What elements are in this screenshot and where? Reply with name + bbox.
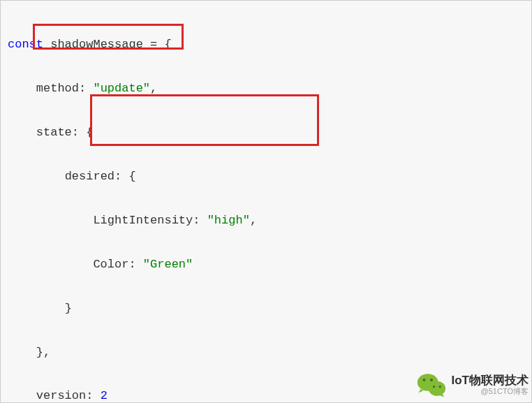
code-line: method: "update", bbox=[8, 78, 524, 99]
property: LightIntensity bbox=[93, 214, 193, 227]
brace-close: } bbox=[36, 346, 43, 359]
property: Color bbox=[93, 258, 128, 271]
property: desired bbox=[65, 170, 114, 183]
comma: , bbox=[43, 346, 50, 359]
equals: = bbox=[150, 38, 164, 51]
comma: , bbox=[150, 82, 157, 95]
brace-open: { bbox=[128, 170, 135, 183]
colon: : bbox=[193, 214, 207, 227]
keyword-const: const bbox=[8, 38, 43, 51]
string-literal: "Green" bbox=[143, 258, 193, 271]
brace-open: { bbox=[164, 38, 171, 51]
string-literal: "update" bbox=[93, 82, 150, 95]
property: method bbox=[36, 82, 79, 95]
indent bbox=[8, 302, 65, 315]
code-line: state: { bbox=[8, 122, 524, 143]
indent bbox=[8, 170, 65, 183]
brace-open: { bbox=[86, 126, 93, 139]
code-line: LightIntensity: "high", bbox=[8, 210, 524, 231]
watermark: IoT物联网技术 @51CTO博客 bbox=[417, 372, 529, 398]
code-line: const shadowMessage = { bbox=[8, 34, 524, 55]
code-line: }, bbox=[8, 342, 524, 363]
svg-point-5 bbox=[438, 386, 441, 388]
watermark-title: IoT物联网技术 bbox=[452, 374, 529, 388]
brace-close: } bbox=[65, 302, 72, 315]
colon: : bbox=[114, 170, 128, 183]
code-line: desired: { bbox=[8, 166, 524, 187]
colon: : bbox=[86, 389, 100, 402]
watermark-text: IoT物联网技术 @51CTO博客 bbox=[452, 374, 529, 396]
code-block: const shadowMessage = { method: "update"… bbox=[8, 12, 524, 403]
identifier: shadowMessage bbox=[43, 38, 150, 51]
colon: : bbox=[79, 82, 93, 95]
comma: , bbox=[250, 214, 257, 227]
code-line: Color: "Green" bbox=[8, 254, 524, 275]
property: version bbox=[36, 389, 86, 402]
indent bbox=[8, 389, 36, 402]
indent bbox=[8, 126, 36, 139]
code-line: } bbox=[8, 298, 524, 319]
colon: : bbox=[72, 126, 86, 139]
property: state bbox=[36, 126, 72, 139]
number-literal: 2 bbox=[101, 389, 108, 402]
svg-point-1 bbox=[428, 381, 445, 396]
indent bbox=[8, 258, 93, 271]
string-literal: "high" bbox=[207, 214, 250, 227]
svg-point-2 bbox=[422, 379, 425, 381]
indent bbox=[8, 82, 36, 95]
colon: : bbox=[128, 258, 142, 271]
indent bbox=[8, 346, 36, 359]
watermark-subtitle: @51CTO博客 bbox=[452, 387, 529, 395]
wechat-icon bbox=[417, 372, 446, 398]
indent bbox=[8, 214, 93, 227]
svg-point-4 bbox=[432, 386, 434, 388]
svg-point-3 bbox=[430, 379, 433, 381]
